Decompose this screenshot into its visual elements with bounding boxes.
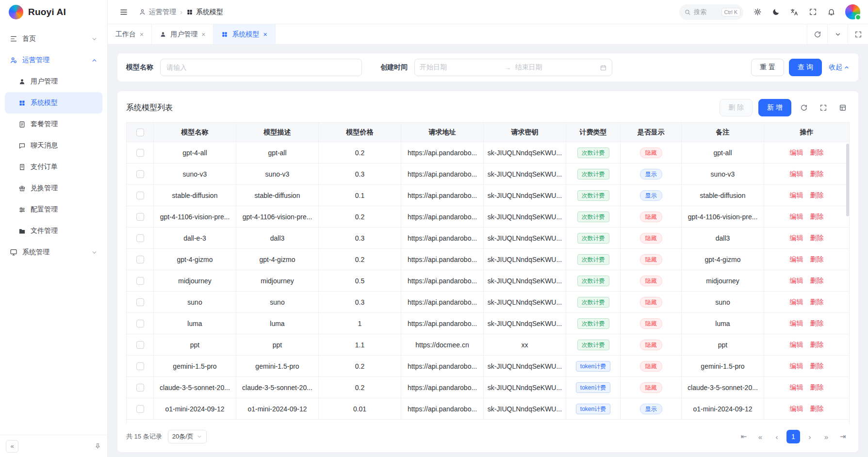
delete-link[interactable]: 删除 [810,341,824,348]
delete-link[interactable]: 删除 [810,212,824,220]
row-checkbox[interactable] [136,341,144,349]
delete-button[interactable]: 删 除 [720,99,753,116]
row-checkbox[interactable] [136,192,144,199]
edit-link[interactable]: 编辑 [790,148,803,156]
dark-mode-moon-icon[interactable] [768,4,784,20]
close-icon[interactable]: × [140,31,144,38]
row-checkbox[interactable] [136,213,144,221]
next-page-button[interactable]: › [803,430,817,443]
delete-link[interactable]: 删除 [810,148,824,156]
sidebar-item-chat-messages[interactable]: 聊天消息 [5,135,102,156]
delete-link[interactable]: 删除 [810,383,824,391]
edit-link[interactable]: 编辑 [790,319,803,327]
hamburger-menu-icon[interactable] [115,4,132,20]
edit-link[interactable]: 编辑 [790,234,803,242]
row-checkbox[interactable] [136,256,144,263]
row-checkbox[interactable] [136,234,144,242]
breadcrumb-operations[interactable]: 运营管理 [139,8,176,16]
gear-icon[interactable] [749,4,766,20]
row-checkbox[interactable] [136,405,144,413]
prev-page-button[interactable]: ‹ [770,430,784,443]
sidebar-item-package-management[interactable]: 套餐管理 [5,114,102,135]
select-all-checkbox[interactable] [136,129,144,136]
delete-link[interactable]: 删除 [810,170,824,178]
tab-user-management[interactable]: 用户管理 × [152,24,213,44]
cell-model-desc: gpt-4-gizmo [236,249,319,270]
edit-link[interactable]: 编辑 [790,212,803,220]
refresh-icon[interactable] [797,101,811,114]
close-icon[interactable]: × [263,31,267,38]
row-checkbox[interactable] [136,298,144,306]
edit-link[interactable]: 编辑 [790,255,803,263]
query-button[interactable]: 查 询 [789,59,822,76]
bell-icon[interactable] [823,4,839,20]
model-name-input[interactable] [160,59,362,76]
delete-link[interactable]: 删除 [810,255,824,263]
table-header-row: 模型名称 模型描述 模型价格 请求地址 请求密钥 计费类型 是否显示 备注 操作 [127,123,850,142]
delete-link[interactable]: 删除 [810,319,824,327]
table-scrollbar[interactable] [846,144,849,216]
row-checkbox[interactable] [136,277,144,285]
expand-icon[interactable] [817,101,830,114]
sidebar-item-config-management[interactable]: 配置管理 [5,199,102,220]
sidebar-item-label: 用户管理 [31,77,58,86]
tab-workbench[interactable]: 工作台 × [108,24,152,44]
language-translate-icon[interactable] [786,4,802,20]
sidebar-item-file-management[interactable]: 文件管理 [5,220,102,242]
page-size-select[interactable]: 20条/页 [168,430,207,443]
breadcrumb-system-model[interactable]: 系统模型 [186,8,223,16]
edit-link[interactable]: 编辑 [790,170,803,178]
sidebar-item-system-management[interactable]: 系统管理 [5,242,102,263]
current-page-button[interactable]: 1 [786,430,800,443]
jump-prev-button[interactable]: « [753,430,767,443]
operations-icon [139,8,146,16]
row-checkbox[interactable] [136,362,144,370]
sidebar-item-system-model[interactable]: 系统模型 [5,92,102,114]
edit-link[interactable]: 编辑 [790,383,803,391]
user-avatar[interactable] [845,4,860,19]
delete-link[interactable]: 删除 [810,298,824,306]
delete-link[interactable]: 删除 [810,362,824,370]
sidebar-item-operations[interactable]: 运营管理 [5,49,102,71]
edit-link[interactable]: 编辑 [790,362,803,370]
edit-link[interactable]: 编辑 [790,277,803,284]
delete-link[interactable]: 删除 [810,191,824,199]
fullscreen-icon[interactable] [804,4,821,20]
sidebar-item-payment-orders[interactable]: 支付订单 [5,156,102,178]
chevron-down-icon[interactable] [827,24,848,44]
delete-link[interactable]: 删除 [810,277,824,284]
logo[interactable]: Ruoyi AI [0,0,107,24]
row-checkbox[interactable] [136,384,144,392]
close-icon[interactable]: × [201,31,205,38]
sidebar-item-home[interactable]: 首页 [5,28,102,49]
jump-next-button[interactable]: » [819,430,833,443]
collapse-filter-link[interactable]: 收起 [829,63,850,72]
last-page-button[interactable]: ⇥ [836,430,850,443]
col-model-name: 模型名称 [154,123,236,142]
column-settings-icon[interactable] [836,101,850,114]
edit-link[interactable]: 编辑 [790,191,803,199]
sidebar-item-label: 文件管理 [31,227,58,235]
date-range-picker[interactable]: 开始日期 → 结束日期 [414,59,612,76]
edit-link[interactable]: 编辑 [790,298,803,306]
pin-icon[interactable] [94,442,101,450]
refresh-icon[interactable] [807,24,827,44]
reset-button[interactable]: 重 置 [751,59,784,76]
edit-link[interactable]: 编辑 [790,341,803,348]
edit-link[interactable]: 编辑 [790,405,803,412]
delete-link[interactable]: 删除 [810,405,824,412]
table-row: claude-3-5-sonnet-20... claude-3-5-sonne… [127,377,850,398]
delete-link[interactable]: 删除 [810,234,824,242]
sidebar-item-user-management[interactable]: 用户管理 [5,71,102,92]
row-checkbox[interactable] [136,170,144,178]
add-button[interactable]: 新 增 [758,99,791,116]
global-search[interactable]: 搜索 Ctrl K [679,4,743,20]
first-page-button[interactable]: ⇤ [737,430,751,443]
row-checkbox[interactable] [136,320,144,327]
sidebar-collapse-button[interactable]: « [6,440,18,453]
visibility-tag: 显示 [640,169,662,180]
row-checkbox[interactable] [136,149,144,157]
tab-system-model[interactable]: 系统模型 × [213,24,275,44]
sidebar-item-exchange-management[interactable]: 兑换管理 [5,178,102,199]
content-fullscreen-icon[interactable] [848,24,868,44]
